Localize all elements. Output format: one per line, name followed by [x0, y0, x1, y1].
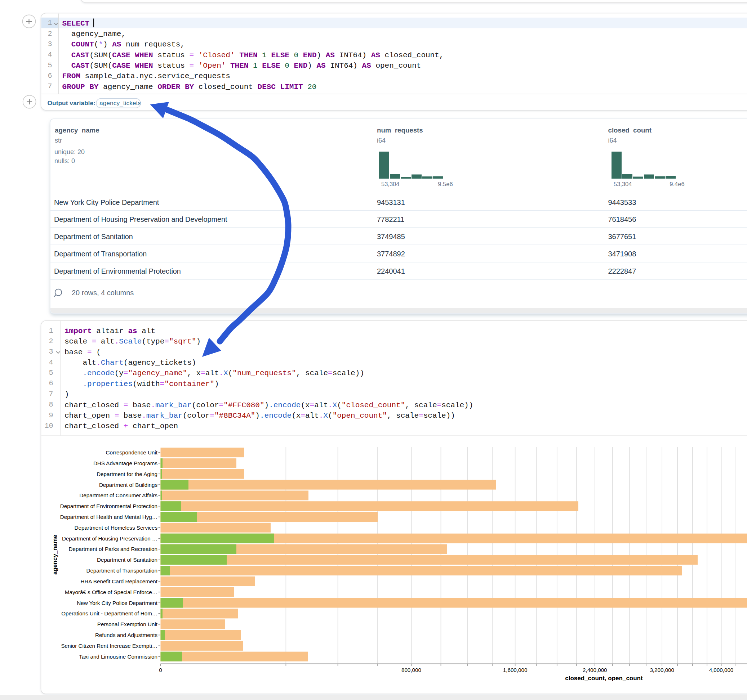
svg-text:Department of Housing Preserva: Department of Housing Preservation … — [62, 536, 157, 542]
svg-text:Personal Exemption Unit: Personal Exemption Unit — [97, 621, 158, 627]
svg-text:5: 5 — [48, 369, 53, 377]
svg-text:FROM sample_data.nyc.service_r: FROM sample_data.nyc.service_requests — [62, 72, 230, 80]
svg-text:53,304: 53,304 — [381, 181, 399, 187]
svg-text:Department of Housing Preserva: Department of Housing Preservation and D… — [54, 215, 227, 223]
svg-text:2,400,000: 2,400,000 — [583, 667, 607, 673]
svg-text:4: 4 — [48, 358, 53, 367]
svg-text:7: 7 — [48, 390, 53, 398]
svg-text:): ) — [65, 390, 69, 398]
svg-text:4: 4 — [48, 50, 52, 59]
svg-text:4,000,000: 4,000,000 — [709, 667, 734, 673]
svg-text:num_requests: num_requests — [377, 127, 423, 134]
svg-text:i64: i64 — [608, 137, 617, 144]
svg-text:800,000: 800,000 — [401, 667, 421, 673]
svg-text:New York City Police Departmen: New York City Police Department — [54, 198, 159, 206]
svg-text:2240041: 2240041 — [377, 267, 405, 275]
svg-text:1,600,000: 1,600,000 — [503, 667, 528, 673]
svg-text:9453131: 9453131 — [377, 198, 405, 206]
svg-text:9.5e6: 9.5e6 — [438, 181, 452, 187]
svg-text:Correspondence Unit: Correspondence Unit — [106, 450, 157, 456]
svg-text:Department of Transportation: Department of Transportation — [54, 250, 147, 258]
svg-text:1: 1 — [48, 19, 52, 27]
svg-text:Senior Citizen Rent Increase E: Senior Citizen Rent Increase Exempti… — [61, 643, 157, 649]
svg-text:2222847: 2222847 — [608, 267, 637, 275]
svg-text:import altair as alt: import altair as alt — [65, 327, 155, 335]
svg-text:Department of Buildings: Department of Buildings — [99, 482, 157, 488]
svg-text:agency_name: agency_name — [51, 535, 58, 575]
svg-text:.encode(y="agency_name", x=alt: .encode(y="agency_name", x=alt.X("num_re… — [65, 369, 364, 377]
svg-text:3471908: 3471908 — [608, 250, 637, 258]
svg-text:3: 3 — [48, 40, 52, 48]
svg-text:Refunds and Adjustments: Refunds and Adjustments — [95, 632, 157, 638]
svg-text:unique: 20: unique: 20 — [54, 148, 85, 155]
svg-text:chart_closed + chart_open: chart_closed + chart_open — [65, 422, 178, 430]
svg-text:scale = alt.Scale(type="sqrt"): scale = alt.Scale(type="sqrt") — [65, 337, 201, 345]
svg-text:New York City Police Departmen: New York City Police Department — [77, 600, 157, 606]
svg-text:SELECT: SELECT — [62, 20, 90, 28]
svg-text:53,304: 53,304 — [614, 181, 632, 187]
svg-text:closed_count, open_count: closed_count, open_count — [565, 675, 643, 682]
svg-text:agency_tickets: agency_tickets — [100, 100, 141, 107]
svg-text:nulls: 0: nulls: 0 — [54, 157, 75, 164]
svg-text:9.4e6: 9.4e6 — [670, 181, 684, 187]
svg-text:Department of Sanitation: Department of Sanitation — [54, 232, 133, 241]
svg-text:9: 9 — [48, 411, 53, 419]
svg-text:3: 3 — [48, 347, 53, 356]
svg-text:Department of Parks and Recrea: Department of Parks and Recreation — [68, 546, 157, 552]
svg-text:base = (: base = ( — [65, 348, 101, 356]
svg-text:6: 6 — [48, 379, 53, 388]
svg-text:0: 0 — [159, 667, 162, 673]
svg-text:CAST(SUM(CASE WHEN status = 'O: CAST(SUM(CASE WHEN status = 'Open' THEN … — [62, 62, 421, 70]
svg-text:chart_closed = base.mark_bar(c: chart_closed = base.mark_bar(color="#FFC… — [65, 401, 473, 409]
svg-text:Department of Consumer Affairs: Department of Consumer Affairs — [79, 492, 157, 498]
svg-text:str: str — [55, 137, 62, 144]
svg-text:20 rows, 4 columns: 20 rows, 4 columns — [72, 289, 134, 297]
svg-text:9443533: 9443533 — [608, 198, 637, 206]
svg-text:COUNT(*) AS num_requests,: COUNT(*) AS num_requests, — [62, 40, 185, 48]
svg-text:Operations Unit - Department o: Operations Unit - Department of Hom… — [61, 610, 157, 617]
svg-text:chart_open = base.mark_bar(col: chart_open = base.mark_bar(color="#8BC34… — [65, 412, 455, 420]
svg-text:CAST(SUM(CASE WHEN status = 'C: CAST(SUM(CASE WHEN status = 'Closed' THE… — [62, 51, 444, 59]
svg-text:alt.Chart(agency_tickets): alt.Chart(agency_tickets) — [65, 359, 196, 367]
svg-text:GROUP BY agency_name ORDER BY: GROUP BY agency_name ORDER BY closed_cou… — [62, 83, 317, 91]
svg-text:8: 8 — [48, 400, 53, 409]
svg-text:3,200,000: 3,200,000 — [650, 667, 674, 673]
svg-text:1: 1 — [48, 327, 53, 335]
svg-text:7618456: 7618456 — [608, 215, 637, 223]
svg-text:HRA Benefit Card Replacement: HRA Benefit Card Replacement — [80, 578, 157, 584]
svg-text:7: 7 — [48, 82, 52, 91]
svg-text:Department of Health and Menta: Department of Health and Mental Hyg… — [60, 514, 157, 520]
svg-text:Department for the Aging: Department for the Aging — [97, 471, 157, 477]
svg-text:agency_name,: agency_name, — [62, 30, 126, 38]
svg-text:3749485: 3749485 — [377, 232, 405, 241]
svg-text:Department of Environmental Pr: Department of Environmental Protection — [60, 503, 157, 509]
svg-text:5: 5 — [48, 61, 52, 69]
svg-text:Mayorâ€ s Office of Special En: Mayorâ€ s Office of Special Enforce… — [65, 589, 157, 595]
svg-text:agency_name: agency_name — [55, 127, 100, 134]
svg-text:i64: i64 — [377, 137, 386, 144]
svg-text:Department of Transportation: Department of Transportation — [86, 567, 157, 573]
svg-text:2: 2 — [48, 337, 53, 345]
svg-text:DHS Advantage Programs: DHS Advantage Programs — [93, 460, 158, 466]
svg-text:2: 2 — [48, 30, 52, 38]
svg-text:Output variable:: Output variable: — [48, 100, 95, 107]
svg-text:3774892: 3774892 — [377, 250, 405, 258]
svg-text:Department of Environmental Pr: Department of Environmental Protection — [54, 267, 181, 275]
svg-text:3677651: 3677651 — [608, 232, 637, 241]
svg-text:Taxi and Limousine Commission: Taxi and Limousine Commission — [79, 653, 157, 660]
svg-text:.properties(width="container"): .properties(width="container") — [65, 380, 219, 388]
svg-text:10: 10 — [44, 422, 53, 430]
svg-text:Department of Homeless Service: Department of Homeless Services — [75, 525, 158, 531]
svg-text:Department of Sanitation: Department of Sanitation — [97, 557, 157, 563]
svg-text:6: 6 — [48, 72, 52, 80]
svg-text:closed_count: closed_count — [608, 127, 652, 134]
svg-text:7782211: 7782211 — [377, 215, 404, 223]
